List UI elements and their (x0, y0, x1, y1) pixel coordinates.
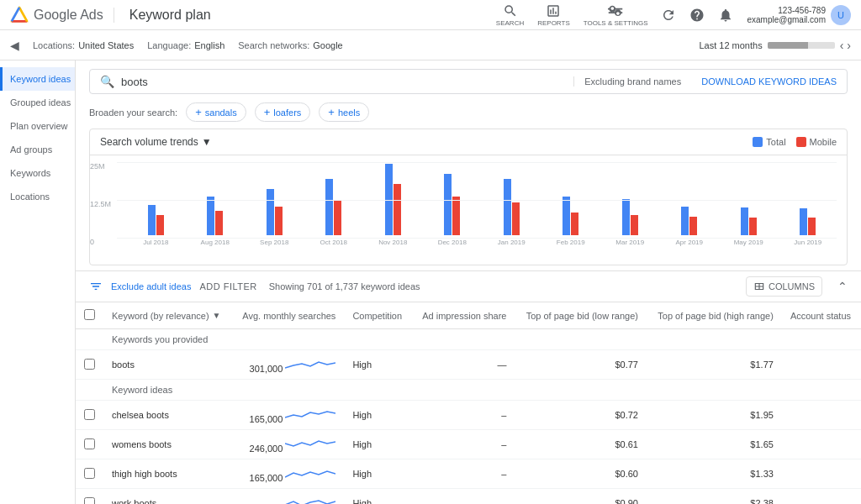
bid-low-cell: $0.90 (515, 489, 647, 505)
bid-high-cell: $1.65 (647, 430, 782, 459)
bid-low-cell: $0.72 (515, 401, 647, 430)
chart-dropdown-icon: ▼ (202, 136, 212, 148)
language-filter[interactable]: Language: English (147, 40, 224, 50)
app-name: Google Ads (34, 8, 114, 23)
chart-legend: Total Mobile (753, 137, 837, 147)
top-header: Google Ads Keyword plan SEARCH REPORTS T… (0, 0, 861, 30)
th-keyword[interactable]: Keyword (by relevance) ▼ (103, 302, 232, 329)
sidebar-item-ad-groups[interactable]: Ad groups (0, 138, 75, 161)
section-ideas: Keyword ideas (76, 380, 861, 401)
bar-mobile (156, 215, 164, 235)
month-bars (424, 160, 482, 235)
sort-icon: ▼ (213, 311, 221, 320)
user-account[interactable]: 123-456-789 example@gmail.com U (747, 5, 851, 25)
month-bars (542, 160, 600, 235)
bar-mobile (452, 197, 460, 235)
chip-label-loafers: loafers (273, 108, 301, 118)
th-avg-searches[interactable]: Avg. monthly searches (232, 302, 345, 329)
svg-line-4 (12, 7, 19, 21)
trend-chart (285, 435, 335, 452)
row-checkbox[interactable] (84, 359, 95, 370)
refresh-icon[interactable] (661, 8, 676, 23)
broaden-chip-heels[interactable]: + heels (319, 102, 369, 122)
bar-total (207, 197, 214, 235)
row-checkbox[interactable] (84, 409, 95, 420)
sidebar-item-keywords[interactable]: Keywords (0, 161, 75, 185)
svg-line-3 (19, 7, 27, 21)
filter-icon (89, 280, 103, 293)
bar-mobile (808, 218, 816, 235)
bar-total (741, 207, 748, 235)
bar-total (504, 179, 511, 235)
month-label: Sep 2018 (260, 239, 288, 246)
th-bid-high[interactable]: Top of page bid (high range) (647, 302, 782, 329)
select-all-checkbox[interactable] (84, 309, 95, 320)
reports-header-icon[interactable]: REPORTS (537, 3, 570, 27)
tools-header-icon[interactable]: TOOLS & SETTINGS (584, 3, 648, 27)
row-checkbox[interactable] (84, 468, 95, 479)
chart-yaxis: 25M 12.5M 0 (90, 162, 114, 246)
th-bid-low[interactable]: Top of page bid (low range) (515, 302, 647, 329)
download-link[interactable]: DOWNLOAD KEYWORD IDEAS (688, 76, 837, 87)
tools-label: TOOLS & SETTINGS (584, 19, 648, 27)
locations-filter[interactable]: Locations: United States (33, 40, 134, 50)
expand-btn[interactable]: ⌃ (837, 280, 848, 293)
search-icon: 🔍 (100, 75, 114, 88)
date-range[interactable]: Last 12 months ‹ › (699, 39, 851, 52)
chart-section: Search volume trends ▼ Total Mobile (89, 129, 848, 265)
chart-title[interactable]: Search volume trends ▼ (100, 136, 212, 148)
account-status-cell (782, 459, 861, 489)
filter-row: Exclude adult ideas ADD FILTER Showing 7… (76, 270, 861, 302)
bar-mobile (689, 217, 697, 235)
reports-label: REPORTS (537, 19, 570, 27)
notifications-icon[interactable] (718, 8, 733, 23)
bar-mobile (334, 201, 341, 235)
legend-total: Total (753, 137, 785, 147)
language-label: Language: (147, 40, 191, 50)
date-next-btn[interactable]: › (847, 39, 851, 52)
th-competition[interactable]: Competition (344, 302, 411, 329)
sidebar-item-locations[interactable]: Locations (0, 185, 75, 208)
main-layout: Keyword ideas Grouped ideas Plan overvie… (0, 60, 861, 504)
search-header-icon[interactable]: SEARCH (496, 3, 524, 27)
table-body: Keywords you provided boots 301,000 High… (76, 329, 861, 505)
broaden-chip-sandals[interactable]: + sandals (186, 102, 246, 122)
month-label: Oct 2018 (320, 239, 347, 246)
legend-mobile-dot (796, 137, 806, 147)
y-label-25m: 25M (90, 162, 114, 171)
row-checkbox[interactable] (84, 497, 95, 505)
chart-month-group: Jan 2019 (483, 160, 541, 246)
th-account-status[interactable]: Account status (782, 302, 861, 329)
exclude-adult-link[interactable]: Exclude adult ideas (111, 281, 191, 291)
sidebar-item-grouped-ideas[interactable]: Grouped ideas (0, 91, 75, 114)
bar-total (385, 164, 393, 235)
date-nav: ‹ › (840, 39, 851, 52)
keyword-cell: work boots (103, 489, 232, 505)
language-value: English (194, 40, 224, 50)
sidebar-item-plan-overview[interactable]: Plan overview (0, 114, 75, 138)
columns-button[interactable]: COLUMNS (746, 276, 822, 297)
broaden-chip-loafers[interactable]: + loafers (255, 102, 311, 122)
plus-icon-loafers: + (264, 106, 271, 118)
help-icon[interactable] (689, 8, 705, 23)
month-label: Jul 2018 (143, 239, 168, 246)
row-checkbox[interactable] (84, 438, 95, 449)
add-filter-button[interactable]: ADD FILTER (199, 281, 256, 291)
bid-high-cell: $1.77 (647, 350, 782, 380)
month-bars (779, 160, 837, 235)
legend-mobile: Mobile (796, 137, 837, 147)
chart-bars: Jul 2018Aug 2018Sep 2018Oct 2018Nov 2018… (127, 162, 837, 246)
th-ad-impression[interactable]: Ad impression share (412, 302, 515, 329)
th-checkbox (76, 302, 103, 329)
sidebar-item-keyword-ideas[interactable]: Keyword ideas (0, 67, 75, 91)
ad-impression-cell: – (412, 401, 515, 430)
sidebar: Keyword ideas Grouped ideas Plan overvie… (0, 60, 76, 504)
avg-searches-cell: 301,000 (232, 350, 345, 380)
locations-value: United States (78, 40, 134, 50)
date-prev-btn[interactable]: ‹ (840, 39, 844, 52)
network-filter[interactable]: Search networks: Google (238, 40, 342, 50)
keyword-search-input[interactable] (121, 76, 567, 88)
bar-total (148, 205, 156, 235)
bar-total (681, 207, 689, 235)
collapse-btn[interactable]: ◀ (10, 39, 19, 52)
